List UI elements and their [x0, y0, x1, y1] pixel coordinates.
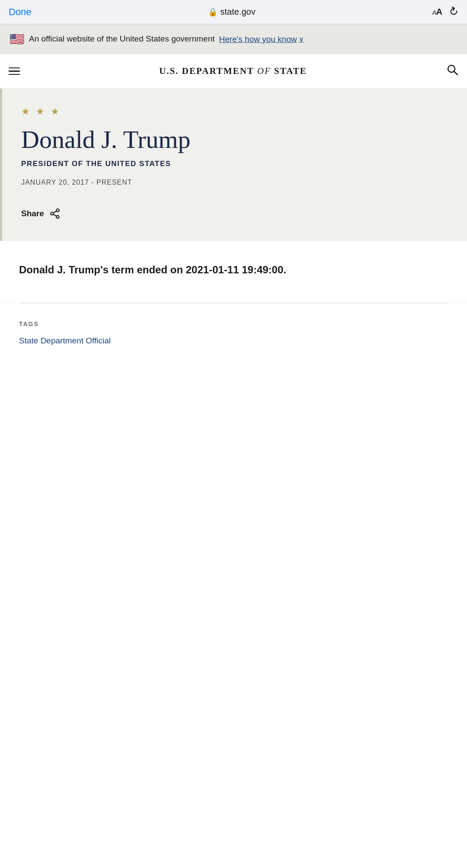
heres-how-you-know-link[interactable]: Here's how you know ∨ — [219, 35, 304, 44]
profile-title: PRESIDENT OF THE UNITED STATES — [21, 160, 448, 168]
share-row: Share — [21, 208, 448, 219]
term-notice-text: Donald J. Trump's term ended on 2021-01-… — [19, 263, 448, 277]
profile-card: ★ ★ ★ Donald J. Trump PRESIDENT OF THE U… — [0, 89, 467, 241]
share-button[interactable] — [49, 208, 61, 219]
browser-controls: AA ↻ — [432, 5, 458, 19]
menu-button[interactable] — [9, 67, 20, 75]
profile-dates: JANUARY 20, 2017 - PRESENT — [21, 179, 448, 186]
gov-banner: 🇺🇸 An official website of the United Sta… — [0, 24, 467, 54]
term-notice: Donald J. Trump's term ended on 2021-01-… — [0, 241, 467, 303]
done-button[interactable]: Done — [9, 6, 32, 18]
site-header: U.S. DEPARTMENT of STATE — [0, 54, 467, 89]
text-size-button[interactable]: AA — [432, 7, 442, 17]
browser-chrome: Done 🔒 state.gov AA ↻ — [0, 0, 467, 24]
url-text: state.gov — [220, 7, 255, 17]
tags-section: TAGS State Department Official — [0, 303, 467, 359]
main-content: ★ ★ ★ Donald J. Trump PRESIDENT OF THE U… — [0, 89, 467, 393]
share-label: Share — [21, 209, 44, 218]
refresh-button[interactable]: ↻ — [446, 4, 461, 20]
star-2: ★ — [36, 106, 45, 117]
tags-label: TAGS — [19, 320, 448, 327]
flag-icon: 🇺🇸 — [10, 32, 25, 46]
star-3: ★ — [51, 106, 59, 117]
url-bar: 🔒 state.gov — [208, 7, 255, 17]
gov-banner-text: An official website of the United States… — [29, 33, 215, 45]
tag-link-state-department-official[interactable]: State Department Official — [19, 336, 111, 345]
svg-line-1 — [454, 72, 457, 75]
search-button[interactable] — [446, 64, 458, 79]
svg-point-0 — [448, 65, 455, 72]
site-title: U.S. DEPARTMENT of STATE — [159, 66, 307, 77]
stars-row: ★ ★ ★ — [21, 106, 448, 117]
svg-line-5 — [53, 214, 56, 216]
chevron-down-icon: ∨ — [299, 35, 304, 43]
profile-name: Donald J. Trump — [21, 126, 448, 154]
star-1: ★ — [21, 106, 30, 117]
svg-line-6 — [53, 211, 56, 213]
bottom-spacer — [0, 359, 467, 393]
lock-icon: 🔒 — [208, 7, 218, 17]
